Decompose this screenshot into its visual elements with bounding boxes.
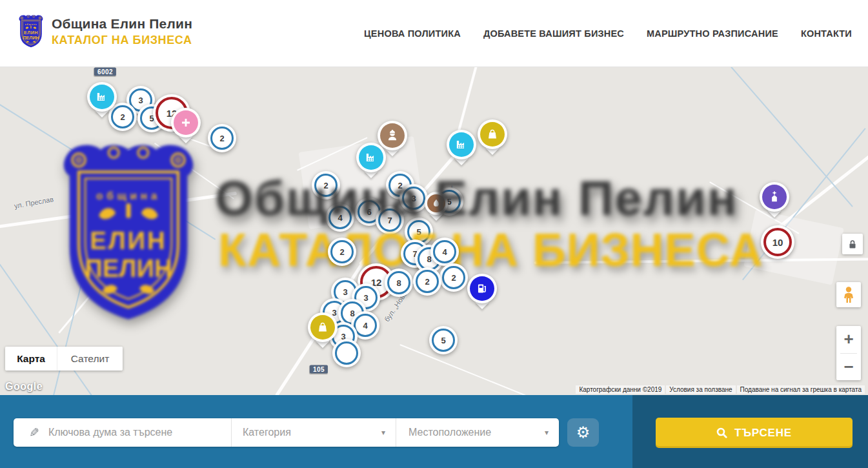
zoom-in-button[interactable]: + bbox=[836, 326, 861, 353]
cluster-ring bbox=[335, 341, 358, 365]
cluster-marker[interactable]: 2 bbox=[413, 267, 441, 296]
street-view-pegman[interactable] bbox=[836, 282, 861, 307]
fullscreen-lock-button[interactable] bbox=[842, 234, 863, 254]
attribution-data: Картографски данни ©2019 bbox=[576, 385, 665, 394]
cluster-count: 4 bbox=[363, 321, 367, 331]
cluster-marker[interactable] bbox=[332, 339, 361, 367]
category-value: Категория bbox=[243, 427, 291, 438]
map-type-satellite-button[interactable]: Сателит bbox=[57, 347, 123, 371]
keyword-input[interactable] bbox=[47, 426, 202, 439]
location-select[interactable]: Местоположение ▾ bbox=[396, 418, 559, 447]
nav-pricing-policy[interactable]: ЦЕНОВА ПОЛИТИКА bbox=[364, 28, 461, 39]
pegman-icon bbox=[842, 286, 856, 304]
location-value: Местоположение bbox=[409, 427, 491, 438]
svg-text:община: община bbox=[25, 23, 37, 26]
cluster-count: 4 bbox=[442, 247, 447, 257]
lock-icon bbox=[848, 239, 857, 249]
fuel-pin[interactable] bbox=[467, 274, 497, 303]
pencil-icon: ✎ bbox=[29, 425, 39, 440]
search-button[interactable]: ТЪРСЕНЕ bbox=[656, 418, 853, 448]
cluster-marker[interactable]: 8 bbox=[385, 269, 413, 297]
header: община ЕЛИН ПЕЛИН Община Елин Пелин КАТА… bbox=[0, 0, 868, 66]
municipality-emblem-icon: община ЕЛИН ПЕЛИН bbox=[17, 14, 45, 48]
cluster-marker[interactable]: 2 bbox=[439, 263, 468, 292]
search-button-label: ТЪРСЕНЕ bbox=[734, 427, 792, 440]
cluster-marker[interactable]: 4 bbox=[430, 238, 459, 266]
search-icon bbox=[716, 427, 727, 438]
site-title: Община Елин Пелин bbox=[52, 16, 192, 32]
site-logo[interactable]: община ЕЛИН ПЕЛИН Община Елин Пелин КАТА… bbox=[17, 14, 192, 48]
map-type-control: Карта Сателит bbox=[5, 347, 123, 371]
bag-pin[interactable] bbox=[308, 312, 338, 342]
map-canvas[interactable]: ул. Преславбул. „Новоселци" 6002105 3251… bbox=[0, 66, 868, 395]
map-type-map-button[interactable]: Карта bbox=[5, 347, 57, 371]
cluster-count: 2 bbox=[425, 277, 429, 287]
search-box: ✎ Категория ▾ Местоположение ▾ bbox=[14, 418, 559, 447]
zoom-out-button[interactable]: − bbox=[836, 354, 861, 381]
cluster-count: 3 bbox=[343, 287, 347, 297]
svg-text:ЕЛИН: ЕЛИН bbox=[24, 30, 38, 36]
nav-add-your-business[interactable]: ДОБАВЕТЕ ВАШИЯТ БИЗНЕС bbox=[483, 28, 624, 39]
google-logo[interactable]: Google bbox=[5, 381, 43, 392]
search-bar: ✎ Категория ▾ Местоположение ▾ ⚙ ТЪРСЕНЕ bbox=[0, 395, 868, 468]
advanced-settings-button[interactable]: ⚙ bbox=[567, 418, 599, 447]
site-subtitle: КАТАЛОГ НА БИЗНЕСА bbox=[52, 34, 192, 47]
attribution-report-link[interactable]: Подаване на сигнал за грешка в картата bbox=[737, 385, 865, 394]
chevron-down-icon: ▾ bbox=[545, 428, 549, 437]
zoom-control: + − bbox=[836, 326, 861, 380]
map-attribution: Картографски данни ©2019 Условия за полз… bbox=[576, 385, 865, 394]
cluster-count: 8 bbox=[396, 278, 401, 288]
category-select[interactable]: Категория ▾ bbox=[232, 418, 396, 447]
brand-text: Община Елин Пелин КАТАЛОГ НА БИЗНЕСА bbox=[52, 16, 192, 47]
gear-icon: ⚙ bbox=[576, 425, 590, 440]
cluster-count: 2 bbox=[339, 247, 344, 257]
cluster-marker[interactable]: 2 bbox=[328, 238, 356, 266]
cluster-marker[interactable]: 5 bbox=[429, 326, 458, 354]
cluster-count: 2 bbox=[451, 273, 456, 283]
fuel-icon bbox=[470, 276, 494, 301]
attribution-terms-link[interactable]: Условия за ползване bbox=[666, 385, 735, 394]
bag-icon bbox=[310, 315, 335, 340]
main-nav: ЦЕНОВА ПОЛИТИКА ДОБАВЕТЕ ВАШИЯТ БИЗНЕС М… bbox=[364, 0, 852, 66]
chevron-down-icon: ▾ bbox=[381, 428, 385, 437]
page: община ЕЛИН ПЕЛИН Община Елин Пелин КАТА… bbox=[0, 0, 868, 468]
nav-route-schedule[interactable]: МАРШРУТНО РАЗПИСАНИЕ bbox=[647, 28, 778, 39]
nav-contacts[interactable]: КОНТАКТИ bbox=[801, 28, 852, 39]
cluster-count: 3 bbox=[363, 293, 368, 303]
marker-layer-front: 278421282333843510 bbox=[0, 66, 868, 395]
keyword-field[interactable]: ✎ bbox=[14, 418, 231, 447]
svg-text:ПЕЛИН: ПЕЛИН bbox=[23, 36, 39, 41]
cluster-count: 5 bbox=[441, 336, 445, 345]
cluster-marker[interactable]: 10 bbox=[761, 225, 794, 259]
cluster-count: 10 bbox=[772, 237, 783, 248]
